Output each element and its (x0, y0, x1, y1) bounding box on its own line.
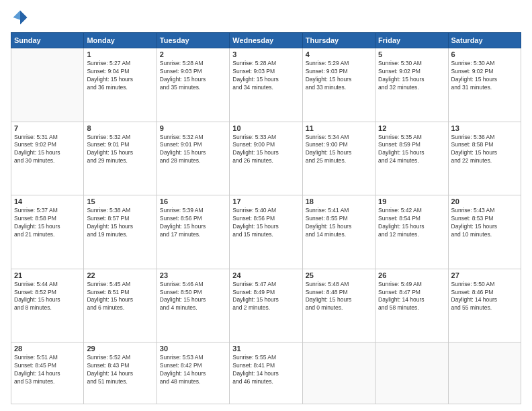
day-info: Sunrise: 5:28 AMSunset: 9:03 PMDaylight:… (160, 60, 226, 92)
calendar-cell: 18Sunrise: 5:41 AMSunset: 8:55 PMDayligh… (302, 195, 375, 269)
calendar-cell: 15Sunrise: 5:38 AMSunset: 8:57 PMDayligh… (84, 195, 157, 269)
calendar-cell: 14Sunrise: 5:37 AMSunset: 8:58 PMDayligh… (11, 195, 84, 269)
day-number: 12 (378, 124, 445, 132)
week-row-3: 14Sunrise: 5:37 AMSunset: 8:58 PMDayligh… (11, 195, 521, 269)
calendar-cell (11, 48, 84, 122)
day-info: Sunrise: 5:48 AMSunset: 8:48 PMDaylight:… (306, 281, 372, 313)
day-number: 20 (451, 197, 518, 205)
day-info: Sunrise: 5:55 AMSunset: 8:41 PMDaylight:… (232, 354, 299, 386)
calendar-cell: 8Sunrise: 5:32 AMSunset: 9:01 PMDaylight… (84, 122, 157, 195)
day-number: 11 (306, 124, 372, 132)
day-number: 25 (306, 271, 372, 279)
day-number: 4 (306, 50, 372, 58)
day-number: 28 (14, 345, 81, 353)
weekday-header-row: SundayMondayTuesdayWednesdayThursdayFrid… (11, 33, 521, 48)
day-number: 7 (14, 124, 81, 132)
day-info: Sunrise: 5:53 AMSunset: 8:42 PMDaylight:… (160, 354, 226, 386)
day-info: Sunrise: 5:49 AMSunset: 8:47 PMDaylight:… (378, 281, 445, 313)
day-info: Sunrise: 5:38 AMSunset: 8:57 PMDaylight:… (87, 207, 153, 239)
day-info: Sunrise: 5:47 AMSunset: 8:49 PMDaylight:… (232, 281, 299, 313)
weekday-header-wednesday: Wednesday (230, 33, 302, 48)
header (11, 8, 521, 27)
day-number: 3 (232, 50, 299, 58)
day-info: Sunrise: 5:41 AMSunset: 8:55 PMDaylight:… (306, 207, 372, 239)
week-row-1: 1Sunrise: 5:27 AMSunset: 9:04 PMDaylight… (11, 48, 521, 122)
calendar-cell: 13Sunrise: 5:36 AMSunset: 8:58 PMDayligh… (448, 122, 521, 195)
logo (11, 8, 32, 27)
day-info: Sunrise: 5:50 AMSunset: 8:46 PMDaylight:… (451, 281, 518, 313)
day-number: 29 (87, 345, 153, 353)
day-info: Sunrise: 5:35 AMSunset: 8:59 PMDaylight:… (378, 134, 445, 166)
calendar-cell: 12Sunrise: 5:35 AMSunset: 8:59 PMDayligh… (375, 122, 448, 195)
day-number: 18 (306, 197, 372, 205)
calendar-cell: 1Sunrise: 5:27 AMSunset: 9:04 PMDaylight… (84, 48, 157, 122)
calendar-cell: 17Sunrise: 5:40 AMSunset: 8:56 PMDayligh… (230, 195, 302, 269)
calendar-cell: 27Sunrise: 5:50 AMSunset: 8:46 PMDayligh… (448, 269, 521, 342)
day-number: 19 (378, 197, 445, 205)
calendar-cell: 10Sunrise: 5:33 AMSunset: 9:00 PMDayligh… (230, 122, 302, 195)
calendar-cell: 2Sunrise: 5:28 AMSunset: 9:03 PMDaylight… (157, 48, 229, 122)
calendar-cell: 6Sunrise: 5:30 AMSunset: 9:02 PMDaylight… (448, 48, 521, 122)
calendar-cell: 4Sunrise: 5:29 AMSunset: 9:03 PMDaylight… (302, 48, 375, 122)
day-info: Sunrise: 5:33 AMSunset: 9:00 PMDaylight:… (232, 134, 299, 166)
calendar-cell: 24Sunrise: 5:47 AMSunset: 8:49 PMDayligh… (230, 269, 302, 342)
day-number: 31 (232, 345, 299, 353)
day-number: 23 (160, 271, 226, 279)
calendar-cell: 21Sunrise: 5:44 AMSunset: 8:52 PMDayligh… (11, 269, 84, 342)
week-row-4: 21Sunrise: 5:44 AMSunset: 8:52 PMDayligh… (11, 269, 521, 342)
svg-marker-0 (20, 11, 28, 25)
day-info: Sunrise: 5:31 AMSunset: 9:02 PMDaylight:… (14, 134, 81, 166)
day-number: 15 (87, 197, 153, 205)
day-info: Sunrise: 5:51 AMSunset: 8:45 PMDaylight:… (14, 354, 81, 386)
day-number: 5 (378, 50, 445, 58)
weekday-header-thursday: Thursday (302, 33, 375, 48)
day-number: 27 (451, 271, 518, 279)
day-number: 2 (160, 50, 226, 58)
day-info: Sunrise: 5:36 AMSunset: 8:58 PMDaylight:… (451, 134, 518, 166)
day-info: Sunrise: 5:30 AMSunset: 9:02 PMDaylight:… (451, 60, 518, 92)
day-number: 9 (160, 124, 226, 132)
calendar-cell: 20Sunrise: 5:43 AMSunset: 8:53 PMDayligh… (448, 195, 521, 269)
day-info: Sunrise: 5:44 AMSunset: 8:52 PMDaylight:… (14, 281, 81, 313)
calendar-cell: 26Sunrise: 5:49 AMSunset: 8:47 PMDayligh… (375, 269, 448, 342)
day-info: Sunrise: 5:46 AMSunset: 8:50 PMDaylight:… (160, 281, 226, 313)
day-info: Sunrise: 5:27 AMSunset: 9:04 PMDaylight:… (87, 60, 153, 92)
week-row-5: 28Sunrise: 5:51 AMSunset: 8:45 PMDayligh… (11, 342, 521, 404)
calendar-cell (448, 342, 521, 404)
day-number: 24 (232, 271, 299, 279)
day-number: 30 (160, 345, 226, 353)
calendar-cell (375, 342, 448, 404)
calendar-cell: 9Sunrise: 5:32 AMSunset: 9:01 PMDaylight… (157, 122, 229, 195)
weekday-header-friday: Friday (375, 33, 448, 48)
day-info: Sunrise: 5:28 AMSunset: 9:03 PMDaylight:… (232, 60, 299, 92)
calendar-cell: 7Sunrise: 5:31 AMSunset: 9:02 PMDaylight… (11, 122, 84, 195)
week-row-2: 7Sunrise: 5:31 AMSunset: 9:02 PMDaylight… (11, 122, 521, 195)
page: SundayMondayTuesdayWednesdayThursdayFrid… (0, 0, 532, 411)
calendar-cell: 3Sunrise: 5:28 AMSunset: 9:03 PMDaylight… (230, 48, 302, 122)
calendar-table: SundayMondayTuesdayWednesdayThursdayFrid… (11, 32, 521, 404)
day-info: Sunrise: 5:30 AMSunset: 9:02 PMDaylight:… (378, 60, 445, 92)
day-info: Sunrise: 5:45 AMSunset: 8:51 PMDaylight:… (87, 281, 153, 313)
calendar-cell: 30Sunrise: 5:53 AMSunset: 8:42 PMDayligh… (157, 342, 229, 404)
day-number: 8 (87, 124, 153, 132)
day-info: Sunrise: 5:29 AMSunset: 9:03 PMDaylight:… (306, 60, 372, 92)
day-info: Sunrise: 5:39 AMSunset: 8:56 PMDaylight:… (160, 207, 226, 239)
day-number: 16 (160, 197, 226, 205)
calendar-cell: 28Sunrise: 5:51 AMSunset: 8:45 PMDayligh… (11, 342, 84, 404)
calendar-cell: 5Sunrise: 5:30 AMSunset: 9:02 PMDaylight… (375, 48, 448, 122)
day-number: 14 (14, 197, 81, 205)
day-info: Sunrise: 5:34 AMSunset: 9:00 PMDaylight:… (306, 134, 372, 166)
day-info: Sunrise: 5:32 AMSunset: 9:01 PMDaylight:… (160, 134, 226, 166)
weekday-header-tuesday: Tuesday (157, 33, 229, 48)
calendar-cell (302, 342, 375, 404)
weekday-header-saturday: Saturday (448, 33, 521, 48)
calendar-cell: 16Sunrise: 5:39 AMSunset: 8:56 PMDayligh… (157, 195, 229, 269)
calendar-cell: 25Sunrise: 5:48 AMSunset: 8:48 PMDayligh… (302, 269, 375, 342)
calendar-cell: 29Sunrise: 5:52 AMSunset: 8:43 PMDayligh… (84, 342, 157, 404)
logo-icon (11, 8, 30, 27)
calendar-cell: 31Sunrise: 5:55 AMSunset: 8:41 PMDayligh… (230, 342, 302, 404)
weekday-header-sunday: Sunday (11, 33, 84, 48)
day-info: Sunrise: 5:42 AMSunset: 8:54 PMDaylight:… (378, 207, 445, 239)
calendar-cell: 23Sunrise: 5:46 AMSunset: 8:50 PMDayligh… (157, 269, 229, 342)
calendar-cell: 22Sunrise: 5:45 AMSunset: 8:51 PMDayligh… (84, 269, 157, 342)
